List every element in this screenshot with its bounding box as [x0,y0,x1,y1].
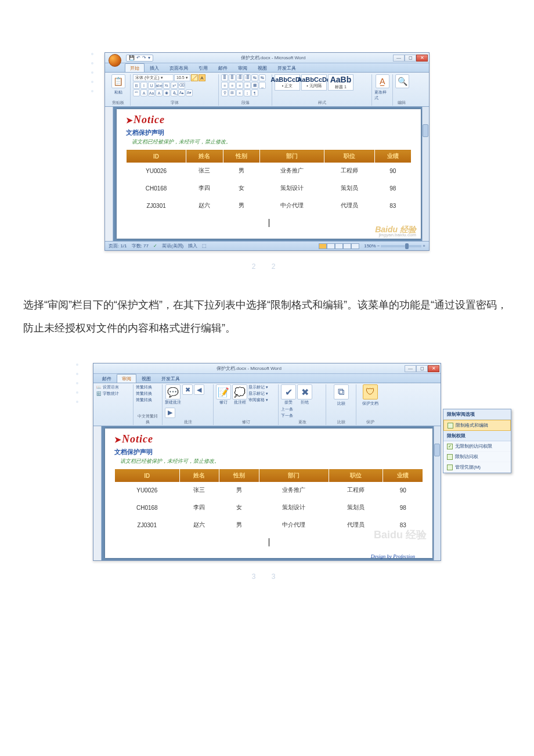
toolbar-icon[interactable]: I [140,82,147,89]
prev-comment-icon[interactable]: ◀ [194,384,204,395]
toolbar-icon[interactable]: ≡ [244,82,251,89]
document-page[interactable]: Notice 文档保护声明 该文档已经被保护，未经许可，禁止修改。 ID姓名性别… [117,109,421,239]
ribbon-tab[interactable]: 引用 [193,63,213,72]
scrollbar-thumb[interactable] [434,444,440,456]
status-spell-icon[interactable]: ✓ [153,243,157,249]
dropdown-item[interactable]: ✓无限制的访问权限 [443,441,511,452]
ribbon-tab[interactable]: 开始 [125,63,145,72]
toolbar-icon[interactable]: B [133,82,140,89]
ribbon-tab[interactable]: 审阅 [233,63,252,72]
toolbar-icon[interactable]: x² [171,82,178,89]
maximize-button[interactable]: ◻ [416,365,428,372]
paste-icon[interactable]: 📋 [111,74,125,88]
font-a-button[interactable]: A [199,74,205,81]
font-size-select[interactable]: 10.5 ▾ [174,74,190,81]
zoom-control[interactable]: 150% −+ [364,243,425,249]
dropdown-item[interactable]: 限制访问权 [443,452,511,462]
toolbar-icon[interactable]: A▾ [186,89,193,96]
toolbar-icon[interactable]: ↕ [244,89,251,96]
delete-comment-icon[interactable]: ✖ [182,384,193,395]
save-icon[interactable]: 💾 [129,55,135,60]
zoom-slider[interactable] [381,245,421,247]
maximize-button[interactable]: ◻ [405,55,416,62]
toolbar-icon[interactable]: ⁝≣ [236,74,243,81]
toolbar-icon[interactable]: A▴ [178,89,185,96]
toolbar-icon[interactable]: x₂ [163,82,170,89]
office-button[interactable] [109,54,121,67]
vertical-scrollbar[interactable] [422,107,429,241]
minimize-button[interactable]: — [393,55,405,62]
view-print-icon[interactable] [319,243,327,249]
scrollbar-thumb[interactable] [423,124,428,137]
vertical-scrollbar[interactable] [434,426,441,560]
redo-icon[interactable]: ↷ [142,55,146,60]
style-gallery-item[interactable]: AaBbCcDd• 无间隔 [301,74,327,91]
ribbon-tab[interactable]: 插入 [145,63,164,72]
dropdown-item-restrict-format[interactable]: 限制格式和编辑 [443,420,511,431]
view-outline-icon[interactable] [343,243,351,249]
style-gallery-item[interactable]: AaBbCcDd• 正文 [275,74,300,91]
toolbar-icon[interactable]: A [156,89,163,96]
toolbar-icon[interactable]: ≣ [229,74,236,81]
track-changes-icon[interactable]: 📝 [216,384,231,399]
ribbon-tab[interactable]: 页面布局 [164,63,193,72]
toolbar-icon[interactable]: ◉ [163,89,170,96]
status-insert[interactable]: 插入 [188,243,197,249]
view-web-icon[interactable] [335,243,343,249]
toolbar-icon[interactable]: ᵃᵇ [133,89,140,96]
change-styles-icon[interactable]: A̲ [376,74,389,88]
new-comment-icon[interactable]: 💬 [165,384,181,399]
toolbar-icon[interactable]: ⊞ [229,89,236,96]
toolbar-icon[interactable]: ≡ [229,82,236,89]
ribbon-tab[interactable]: 审阅 [117,374,136,383]
qat-more-icon[interactable]: ▾ [148,55,150,60]
minimize-button[interactable]: — [405,365,416,372]
toolbar-icon[interactable]: ⌫ [178,82,185,89]
ribbon-tab[interactable]: 视图 [252,63,272,72]
toolbar-icon[interactable]: Aa [148,89,155,96]
toolbar-icon[interactable]: A͟ [171,89,178,96]
view-buttons[interactable] [319,243,359,249]
toolbar-icon[interactable]: abe [156,82,163,89]
dropdown-item[interactable]: 管理凭据(M) [443,462,511,473]
compare-icon[interactable]: ⧉ [334,384,349,399]
reject-icon[interactable]: ✖ [297,384,312,399]
toolbar-icon[interactable]: ⨉ [236,89,243,96]
toolbar-icon[interactable]: ↹ [251,74,258,81]
toolbar-icon[interactable]: ≣ [221,74,228,81]
find-icon[interactable]: 🔍 [395,74,409,88]
dropdown-item[interactable]: 限制权限 [443,431,511,441]
ribbon-tab[interactable]: 开发工具 [272,63,301,72]
ribbon-tab[interactable]: 邮件 [97,374,117,383]
font-family-select[interactable]: 宋体 (中文正) ▾ [133,74,174,81]
close-button[interactable]: ✕ [428,365,439,372]
status-words[interactable]: 字数: 77 [132,243,149,249]
toolbar-icon[interactable]: ⚲ [221,89,228,96]
quick-access-toolbar[interactable]: 💾 ↶ ↷ ▾ [126,55,153,62]
ribbon-tab[interactable]: 视图 [136,374,156,383]
accept-icon[interactable]: ✔ [281,384,296,399]
ribbon-tab[interactable]: 开发工具 [156,374,185,383]
toolbar-icon[interactable]: ⎯ [259,82,266,89]
toolbar-icon[interactable]: U [148,82,155,89]
view-draft-icon[interactable] [351,243,359,249]
status-lang[interactable]: 英语(美国) [162,243,183,249]
clear-format-button[interactable]: 🧹 [191,74,198,81]
style-gallery-item[interactable]: AaBb标题 1 [328,74,353,91]
toolbar-icon[interactable]: ⁝≣ [244,74,251,81]
toolbar-icon[interactable]: ≡ [236,82,243,89]
balloon-icon[interactable]: 💭 [232,384,247,399]
close-button[interactable]: ✕ [416,55,428,62]
toolbar-icon[interactable]: ≡ [221,82,228,89]
zoom-value[interactable]: 150% [364,243,376,249]
toolbar-icon[interactable]: ↹ [259,74,266,81]
undo-icon[interactable]: ↶ [136,55,140,60]
protect-doc-icon[interactable]: 🛡 [363,384,378,399]
toolbar-icon[interactable]: ¶ [251,89,258,96]
view-fullscreen-icon[interactable] [327,243,335,249]
document-page[interactable]: Notice 文档保护声明 该文档已经被保护，未经许可，禁止修改。 ID姓名性别… [105,429,432,558]
next-comment-icon[interactable]: ▶ [165,408,175,418]
toolbar-icon[interactable]: ▦ [251,82,258,89]
status-page[interactable]: 页面: 1/1 [109,243,127,249]
toolbar-icon[interactable]: A [140,89,147,96]
